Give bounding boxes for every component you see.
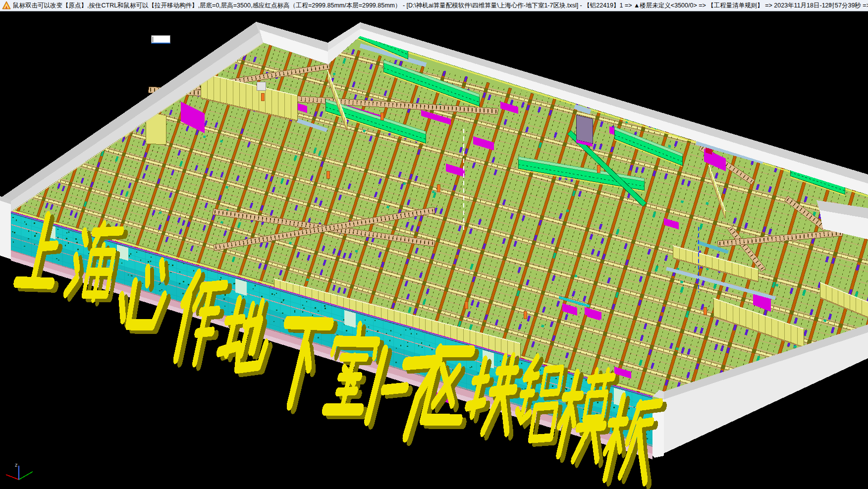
svg-text:z: z [15,462,18,468]
